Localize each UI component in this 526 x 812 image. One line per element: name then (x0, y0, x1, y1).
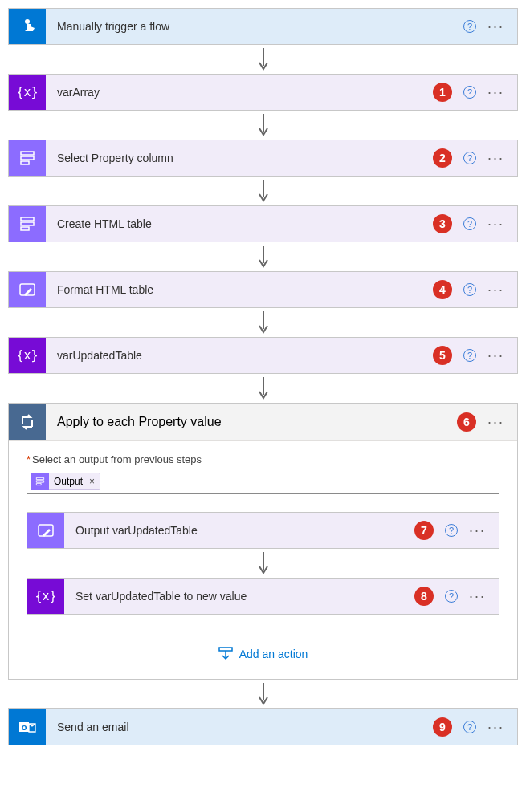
connector-arrow (8, 111, 518, 140)
token-select-icon (31, 473, 49, 490)
step-title: Send an email (46, 721, 433, 733)
help-icon[interactable]: ? (463, 152, 476, 164)
step-title: Select Property column (46, 152, 433, 164)
add-action-label: Add an action (239, 648, 308, 660)
more-menu[interactable]: ··· (487, 85, 504, 99)
help-icon[interactable]: ? (445, 590, 458, 603)
help-icon[interactable]: ? (463, 721, 476, 733)
annotation-badge: 4 (433, 280, 452, 299)
variable-icon (9, 75, 46, 110)
step-title: varUpdatedTable (46, 349, 433, 362)
touch-icon (9, 9, 46, 44)
connector-arrow (27, 549, 499, 578)
variable-icon (27, 579, 64, 614)
help-icon[interactable]: ? (463, 20, 476, 33)
step-title: Set varUpdatedTable to new value (64, 590, 414, 603)
help-icon[interactable]: ? (445, 524, 458, 537)
apply-to-each-container: Apply to each Property value 6 ··· *Sele… (8, 403, 518, 680)
connector-arrow (8, 374, 518, 403)
connector-arrow (8, 177, 518, 205)
apply-to-each-header[interactable]: Apply to each Property value 6 ··· (9, 404, 517, 441)
more-menu[interactable]: ··· (469, 523, 486, 538)
step-varupdatedtable[interactable]: varUpdatedTable 5 ? ··· (8, 337, 518, 374)
step-title: Manually trigger a flow (46, 20, 463, 33)
step-title: Format HTML table (46, 283, 433, 296)
step-create-html-table[interactable]: Create HTML table 3 ? ··· (8, 205, 518, 242)
annotation-badge: 5 (433, 346, 452, 365)
more-menu[interactable]: ··· (487, 282, 504, 297)
step-title: Output varUpdatedTable (64, 524, 414, 537)
select-icon (9, 140, 46, 176)
more-menu[interactable]: ··· (487, 348, 504, 363)
annotation-badge: 8 (414, 587, 434, 606)
more-menu[interactable]: ··· (487, 720, 504, 734)
annotation-badge: 6 (457, 412, 476, 432)
output-token[interactable]: Output × (31, 473, 100, 490)
output-field-label: *Select an output from previous steps (27, 453, 499, 465)
annotation-badge: 3 (433, 214, 452, 233)
compose-icon (9, 272, 46, 307)
step-title: Create HTML table (46, 217, 433, 230)
step-title: Apply to each Property value (46, 415, 457, 429)
step-title: varArray (46, 86, 433, 99)
add-action-icon (218, 647, 233, 661)
output-token-field[interactable]: Output × (27, 469, 499, 494)
step-select-property[interactable]: Select Property column 2 ? ··· (8, 140, 518, 177)
connector-arrow (8, 680, 518, 708)
step-send-email[interactable]: Send an email 9 ? ··· (8, 708, 518, 745)
help-icon[interactable]: ? (463, 349, 476, 362)
help-icon[interactable]: ? (463, 217, 476, 230)
loop-icon (9, 404, 46, 440)
more-menu[interactable]: ··· (487, 151, 504, 165)
outlook-icon (9, 709, 46, 745)
more-menu[interactable]: ··· (469, 589, 486, 603)
annotation-badge: 7 (414, 521, 434, 540)
table-icon (9, 206, 46, 242)
annotation-badge: 1 (433, 83, 452, 102)
step-vararray[interactable]: varArray 1 ? ··· (8, 74, 518, 111)
more-menu[interactable]: ··· (487, 19, 504, 34)
annotation-badge: 9 (433, 717, 452, 737)
step-output-varupdatedtable[interactable]: Output varUpdatedTable 7 ? ··· (27, 512, 499, 549)
token-remove[interactable]: × (89, 476, 95, 487)
step-trigger[interactable]: Manually trigger a flow ? ··· (8, 8, 518, 45)
connector-arrow (8, 242, 518, 271)
connector-arrow (8, 308, 518, 337)
help-icon[interactable]: ? (463, 283, 476, 296)
annotation-badge: 2 (433, 148, 452, 168)
step-format-html-table[interactable]: Format HTML table 4 ? ··· (8, 271, 518, 308)
step-set-varupdatedtable[interactable]: Set varUpdatedTable to new value 8 ? ··· (27, 578, 499, 615)
connector-arrow (8, 45, 518, 74)
add-action-button[interactable]: Add an action (27, 647, 499, 661)
variable-icon (9, 338, 46, 373)
token-label: Output (54, 476, 83, 487)
more-menu[interactable]: ··· (487, 415, 504, 429)
help-icon[interactable]: ? (463, 86, 476, 99)
compose-icon (27, 513, 64, 548)
more-menu[interactable]: ··· (487, 217, 504, 231)
